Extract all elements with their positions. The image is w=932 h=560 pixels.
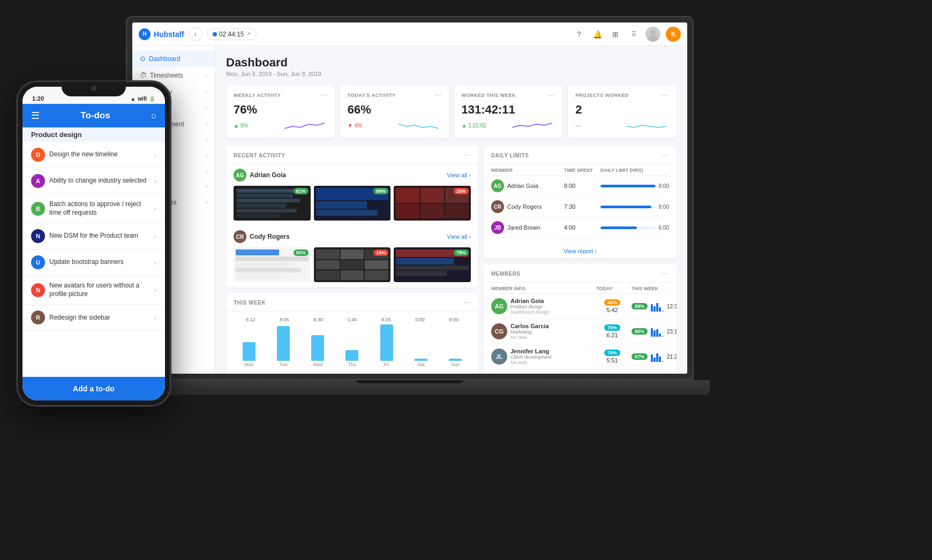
- card-menu[interactable]: ⋯: [662, 269, 669, 278]
- chevron-icon: ›: [154, 232, 156, 240]
- todo-item-6[interactable]: N New avatars for users without a profil…: [22, 276, 165, 305]
- today-pct-badge: 46%: [604, 299, 620, 306]
- dl-bar-fill: [600, 185, 656, 187]
- add-todo-button[interactable]: Add a to-do: [22, 377, 165, 400]
- dashboard-icon: ⊙: [140, 55, 146, 63]
- stat-menu[interactable]: ⋯: [320, 91, 327, 100]
- stat-menu[interactable]: ⋯: [434, 91, 441, 100]
- bar-group-mon: Mon: [234, 342, 265, 367]
- timer-badge[interactable]: 02:44:15 ↗: [207, 28, 257, 40]
- dl-name: Jared Brown: [507, 224, 540, 231]
- sidebar-label-dashboard: Dashboard: [149, 55, 181, 63]
- chevron-icon: ›: [154, 259, 156, 267]
- top-bar: H Hubstaff ‹ 02:44:15 ↗ ?: [132, 22, 687, 46]
- user-k-avatar[interactable]: K: [666, 27, 681, 42]
- stat-menu[interactable]: ⋯: [547, 91, 555, 100]
- dl-bar-fill: [600, 206, 651, 208]
- col-member: Member: [491, 168, 560, 173]
- stat-card-projects: PROJECTS WORKED ⋯ 2 —: [568, 85, 677, 138]
- todo-text: New avatars for users without a profile …: [49, 282, 148, 298]
- view-report-link[interactable]: View report ›: [484, 244, 677, 259]
- top-bar-left: H Hubstaff ‹ 02:44:15 ↗: [139, 27, 257, 41]
- stat-card-weekly: WEEKLY ACTIVITY ⋯ 76% ▲ 9%: [226, 85, 335, 138]
- chart-time-labels: 5:12 8:05 6:30 1:45 8:15 0:00 0:00: [234, 317, 471, 322]
- svg-point-0: [650, 30, 656, 35]
- phone-screen: 1:20 ▲ wifi 🔋 ☰ To-dos ⌕ Product design: [22, 87, 165, 400]
- screenshot[interactable]: 90%: [234, 247, 311, 282]
- stat-change: ▲ 1:22:02: [462, 123, 486, 128]
- chevron-icon: ‹: [206, 122, 207, 127]
- mt-task: Dashboard design: [510, 309, 550, 315]
- user-name: Cody Rogers: [250, 233, 290, 240]
- dl-bar: [600, 226, 656, 229]
- mt-task: No task: [510, 360, 552, 365]
- stat-menu[interactable]: ⋯: [662, 91, 669, 100]
- todo-item-1[interactable]: D Design the new timeline ›: [22, 142, 165, 168]
- members-table: Member info Today This week AG: [484, 283, 677, 374]
- card-menu[interactable]: ⋯: [463, 151, 471, 160]
- todo-item-3[interactable]: B Batch actions to approve / reject time…: [22, 194, 165, 223]
- timer-value: 02:44:15: [219, 31, 244, 38]
- activity-badge: 89%: [373, 188, 388, 194]
- chevron-icon: ‹: [206, 200, 207, 205]
- todo-dot: D: [31, 148, 45, 162]
- card-menu[interactable]: ⋯: [662, 151, 669, 160]
- hubstaff-logo[interactable]: H Hubstaff: [139, 28, 184, 40]
- screenshot[interactable]: 81%: [234, 186, 311, 221]
- dl-row: JB Jared Brown 4:00: [491, 217, 669, 238]
- chevron-icon: ›: [154, 151, 156, 159]
- card-menu[interactable]: ⋯: [463, 298, 471, 307]
- bar-label: Mon: [244, 362, 254, 367]
- screenshot[interactable]: 25%: [394, 186, 471, 221]
- bell-icon[interactable]: 🔔: [591, 28, 604, 41]
- mt-task: No task: [510, 335, 549, 340]
- phone-app-bar: ☰ To-dos ⌕: [22, 104, 165, 127]
- sidebar-item-dashboard[interactable]: ⊙ Dashboard: [132, 50, 215, 67]
- grid-icon[interactable]: ⊞: [609, 28, 622, 41]
- todo-item-7[interactable]: R Redesign the sidebar ›: [22, 305, 165, 331]
- this-week-card: THIS WEEK ⋯ 5:12 8:05 6:30: [226, 293, 478, 374]
- bar: [243, 342, 255, 361]
- nav-item-left: ⊙ Dashboard: [140, 55, 181, 63]
- stat-change: ▲ 9%: [234, 123, 248, 128]
- screenshot[interactable]: 78%: [394, 247, 471, 282]
- hamburger-icon[interactable]: ☰: [31, 110, 40, 122]
- bar-label: Tue: [280, 362, 288, 367]
- bar: [311, 335, 324, 361]
- dl-row: AG Adrian Goia 8:00: [491, 176, 669, 196]
- user-avatar[interactable]: [645, 27, 660, 42]
- view-all-button[interactable]: View all ›: [447, 233, 471, 240]
- app-title: To-dos: [80, 110, 110, 121]
- apps-icon[interactable]: ⠿: [627, 28, 640, 41]
- mt-avatar: AG: [491, 298, 507, 314]
- dl-name: Adrian Goia: [507, 183, 538, 189]
- bar-group-wed: Wed: [302, 335, 333, 367]
- week-pct-badge: 86%: [632, 328, 648, 335]
- todo-item-2[interactable]: A Ability to change industry selected ›: [22, 168, 165, 194]
- bar: [449, 359, 462, 361]
- logo-text: Hubstaff: [154, 30, 184, 39]
- mt-role: Marketing: [510, 329, 549, 335]
- activity-user-2: CR Cody Rogers View all ›: [226, 226, 478, 245]
- mini-bar-chart: [651, 326, 664, 337]
- phone-search-icon[interactable]: ⌕: [151, 110, 156, 121]
- bar: [380, 324, 393, 361]
- today-time: 6:21: [606, 332, 618, 338]
- dl-name: Cody Rogers: [507, 203, 542, 210]
- todo-text: New DSM for the Product team: [49, 232, 138, 240]
- screenshot[interactable]: 19%: [314, 247, 391, 282]
- back-button[interactable]: ‹: [189, 27, 202, 41]
- todo-item-4[interactable]: N New DSM for the Product team ›: [22, 223, 165, 249]
- mt-name: Adrian Goia: [510, 298, 550, 304]
- todo-item-5[interactable]: U Update bootstrap banners ›: [22, 249, 165, 276]
- stat-label: TODAY'S ACTIVITY: [348, 93, 396, 98]
- bar-group-tue: Tue: [268, 326, 299, 367]
- help-icon[interactable]: ?: [573, 28, 585, 41]
- screenshot[interactable]: 89%: [314, 186, 391, 221]
- page-subtitle: Mon, Jun 3, 2019 - Sun, Jun 9, 2019: [226, 71, 677, 77]
- view-all-button[interactable]: View all ›: [447, 172, 471, 178]
- nav-item-left: ⏱ Timesheets: [140, 71, 183, 79]
- user-name: Adrian Goia: [250, 171, 286, 179]
- card-title: DAILY LIMITS: [491, 153, 529, 158]
- todo-text: Design the new timeline: [49, 150, 117, 159]
